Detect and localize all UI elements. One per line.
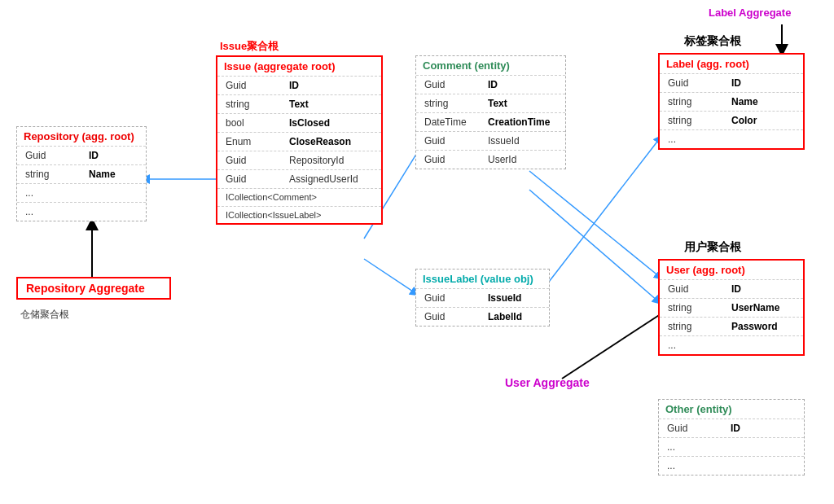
issue-entity-box: Issue (aggregate root) Guid ID string Te… bbox=[216, 55, 383, 225]
label-aggregate-en: Label Aggregate bbox=[709, 7, 791, 19]
issue-row-1: Guid ID bbox=[217, 76, 381, 94]
svg-line-1 bbox=[562, 309, 668, 379]
other-row-3: ... bbox=[659, 456, 804, 475]
comment-row-1: Guid ID bbox=[416, 75, 565, 94]
issue-aggregate-label-cn: Issue聚合根 bbox=[220, 39, 279, 54]
type-guid: Guid bbox=[25, 148, 82, 163]
label-entity-box: Label (agg. root) Guid ID string Name st… bbox=[658, 53, 805, 150]
dots-2: ... bbox=[25, 204, 33, 219]
repo-row-1: Guid ID bbox=[17, 146, 146, 164]
label-row-1: Guid ID bbox=[660, 73, 803, 92]
other-row-1: Guid ID bbox=[659, 419, 804, 437]
comment-row-4: Guid IssueId bbox=[416, 131, 565, 150]
issuelabel-row-2: Guid LabelId bbox=[416, 307, 549, 326]
issue-row-6: Guid AssignedUserId bbox=[217, 169, 381, 188]
cang-ku-label: 仓储聚合根 bbox=[20, 308, 69, 322]
issuelabel-entity-header: IssueLabel (value obj) bbox=[416, 270, 549, 288]
name-id: ID bbox=[89, 148, 99, 163]
label-row-2: string Name bbox=[660, 92, 803, 111]
issue-row-5: Guid RepositoryId bbox=[217, 151, 381, 169]
issuelabel-row-1: Guid IssueId bbox=[416, 288, 549, 307]
user-row-3: string Password bbox=[660, 317, 803, 335]
issue-row-8: ICollection<IssueLabel> bbox=[217, 206, 381, 224]
comment-entity-header: Comment (entity) bbox=[416, 56, 565, 75]
svg-line-3 bbox=[364, 259, 415, 293]
other-entity-box: Other (entity) Guid ID ... ... bbox=[658, 399, 805, 476]
user-row-1: Guid ID bbox=[660, 279, 803, 298]
user-entity-header: User (agg. root) bbox=[660, 261, 803, 279]
repo-row-3: ... bbox=[17, 183, 146, 202]
issue-row-4: Enum CloseReason bbox=[217, 132, 381, 151]
user-row-4: ... bbox=[660, 335, 803, 354]
user-aggregate-en: User Aggregate bbox=[505, 376, 590, 389]
repository-entity-box: Repository (agg. root) Guid ID string Na… bbox=[16, 126, 147, 221]
issue-row-3: bool IsClosed bbox=[217, 113, 381, 132]
comment-row-3: DateTime CreationTime bbox=[416, 112, 565, 131]
comment-row-5: Guid UserId bbox=[416, 150, 565, 169]
comment-entity-box: Comment (entity) Guid ID string Text Dat… bbox=[415, 55, 566, 169]
other-row-2: ... bbox=[659, 437, 804, 456]
user-row-2: string UserName bbox=[660, 298, 803, 317]
label-aggregate-cn: 标签聚合根 bbox=[684, 34, 741, 49]
label-row-4: ... bbox=[660, 129, 803, 148]
label-row-3: string Color bbox=[660, 111, 803, 129]
repo-row-4: ... bbox=[17, 202, 146, 221]
other-entity-header: Other (entity) bbox=[659, 400, 804, 419]
issue-entity-header: Issue (aggregate root) bbox=[217, 57, 381, 76]
issue-row-7: ICollection<Comment> bbox=[217, 188, 381, 206]
user-aggregate-cn: 用户聚合根 bbox=[684, 240, 741, 255]
issuelabel-entity-box: IssueLabel (value obj) Guid IssueId Guid… bbox=[415, 269, 550, 327]
repository-aggregate-box: Repository Aggregate bbox=[16, 277, 171, 300]
user-entity-box: User (agg. root) Guid ID string UserName… bbox=[658, 259, 805, 356]
issue-row-2: string Text bbox=[217, 94, 381, 113]
label-entity-header: Label (agg. root) bbox=[660, 55, 803, 73]
comment-row-2: string Text bbox=[416, 94, 565, 112]
dots-1: ... bbox=[25, 186, 33, 200]
diagram-container: Repository (agg. root) Guid ID string Na… bbox=[0, 0, 834, 504]
type-string: string bbox=[25, 167, 82, 182]
name-name: Name bbox=[89, 167, 116, 182]
repository-entity-header: Repository (agg. root) bbox=[17, 127, 146, 146]
repository-aggregate-label: Repository Aggregate bbox=[26, 282, 145, 295]
svg-line-6 bbox=[529, 171, 660, 277]
repo-row-2: string Name bbox=[17, 164, 146, 183]
